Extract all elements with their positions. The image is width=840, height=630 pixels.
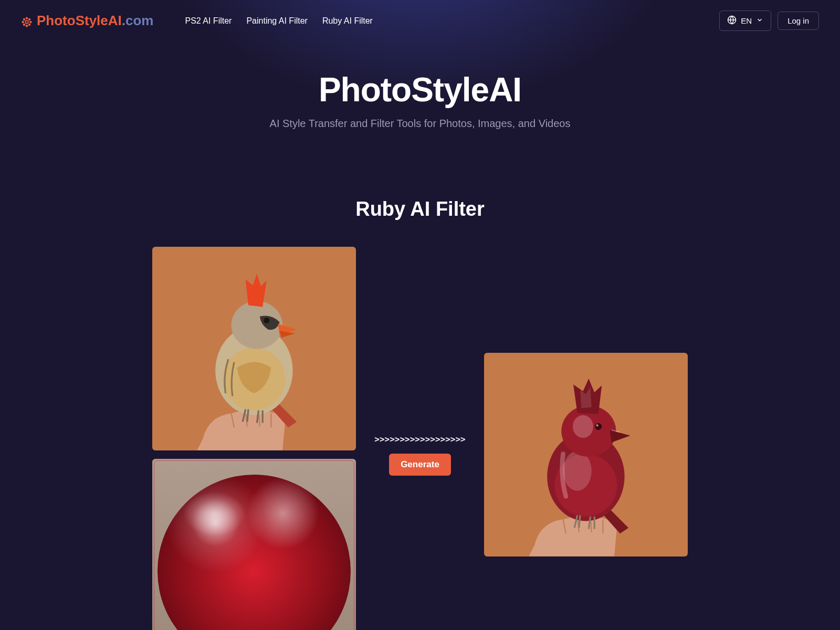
section-title: Ruby AI Filter	[0, 198, 840, 220]
nav-painting-filter[interactable]: Painting AI Filter	[246, 16, 308, 26]
login-button[interactable]: Log in	[778, 12, 819, 30]
logo-icon	[21, 15, 33, 27]
page-title: PhotoStyleAI	[0, 70, 840, 109]
svg-point-1	[26, 17, 28, 19]
header-right: EN Log in	[719, 10, 819, 31]
logo-domain: .com	[122, 13, 154, 28]
svg-point-13	[264, 318, 269, 323]
globe-icon	[727, 15, 737, 26]
language-selector[interactable]: EN	[719, 10, 771, 31]
svg-point-8	[29, 24, 30, 25]
logo[interactable]: PhotoStyleAI.com	[21, 13, 153, 29]
svg-point-19	[595, 423, 602, 430]
page-subtitle: AI Style Transfer and Filter Tools for P…	[0, 118, 840, 130]
generate-button[interactable]: Generate	[389, 454, 451, 476]
result-image	[484, 353, 688, 556]
svg-point-5	[24, 18, 25, 20]
logo-text: PhotoStyleAI.com	[37, 13, 153, 29]
svg-point-2	[26, 25, 28, 26]
style-image	[152, 459, 356, 630]
source-image	[152, 247, 356, 450]
ruby-bird-illustration	[499, 363, 673, 556]
showcase: >>>>>>>>>>>>>>>>>> Generate	[0, 247, 840, 630]
svg-point-0	[25, 20, 28, 24]
nav-ps2-filter[interactable]: PS2 AI Filter	[185, 16, 232, 26]
svg-point-7	[24, 24, 25, 25]
arrows-decoration: >>>>>>>>>>>>>>>>>>	[374, 434, 465, 444]
svg-point-4	[30, 21, 32, 23]
hero: PhotoStyleAI AI Style Transfer and Filte…	[0, 41, 840, 130]
svg-point-16	[563, 451, 592, 491]
input-images	[152, 247, 356, 630]
nav: PS2 AI Filter Painting AI Filter Ruby AI…	[185, 16, 372, 26]
nav-ruby-filter[interactable]: Ruby AI Filter	[322, 16, 373, 26]
svg-point-6	[29, 18, 30, 20]
svg-point-18	[573, 415, 593, 438]
language-label: EN	[741, 16, 752, 25]
header: PhotoStyleAI.com PS2 AI Filter Painting …	[0, 0, 840, 41]
logo-brand: PhotoStyleAI	[37, 13, 122, 28]
ruby-sphere	[158, 475, 351, 630]
svg-point-3	[22, 21, 24, 23]
chevron-down-icon	[756, 16, 763, 25]
svg-point-20	[596, 424, 598, 426]
bird-illustration	[167, 257, 341, 450]
action-column: >>>>>>>>>>>>>>>>>> Generate	[373, 434, 467, 476]
